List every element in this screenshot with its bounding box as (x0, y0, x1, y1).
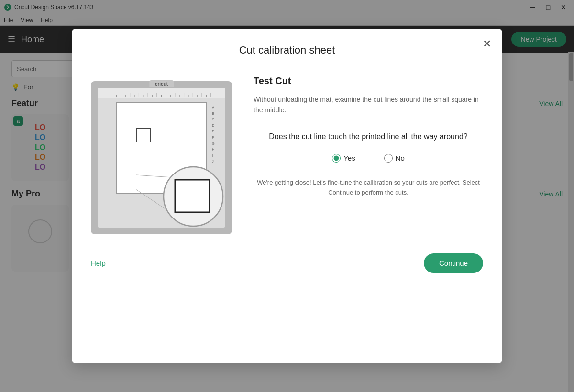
mat-ruler (98, 88, 225, 98)
radio-no-input[interactable] (384, 154, 393, 163)
modal-dialog: ✕ Cut calibration sheet cricut (72, 29, 502, 363)
mat-brand-label: cricut (149, 80, 174, 87)
modal-body: cricut (91, 72, 483, 234)
test-cut-description: Without unloading the mat, examine the c… (254, 94, 483, 116)
calibration-small-square (136, 128, 151, 142)
question-text: Does the cut line touch the printed line… (254, 131, 483, 142)
mat-sheet-area: ABCDEFGHIJ (98, 98, 225, 228)
svg-rect-28 (175, 180, 210, 212)
radio-option-no[interactable]: No (384, 154, 405, 163)
ruler-ticks (112, 89, 211, 97)
continue-button[interactable]: Continue (424, 253, 483, 273)
zoom-illustration (98, 151, 225, 228)
modal-right-content: Test Cut Without unloading the mat, exam… (254, 72, 483, 197)
modal-footer: Help Continue (91, 253, 483, 273)
radio-option-yes[interactable]: Yes (332, 154, 355, 163)
mat-illustration: cricut (91, 72, 234, 234)
radio-yes-input[interactable] (332, 154, 341, 163)
help-link[interactable]: Help (91, 259, 106, 267)
radio-group: Yes No (254, 154, 483, 163)
test-cut-heading: Test Cut (254, 76, 483, 87)
fine-tune-text: We're getting close! Let's fine-tune the… (254, 178, 483, 198)
radio-no-label: No (396, 154, 405, 162)
radio-yes-label: Yes (343, 154, 355, 162)
modal-close-button[interactable]: ✕ (479, 36, 495, 52)
svg-line-25 (136, 175, 172, 177)
modal-title: Cut calibration sheet (91, 44, 483, 56)
